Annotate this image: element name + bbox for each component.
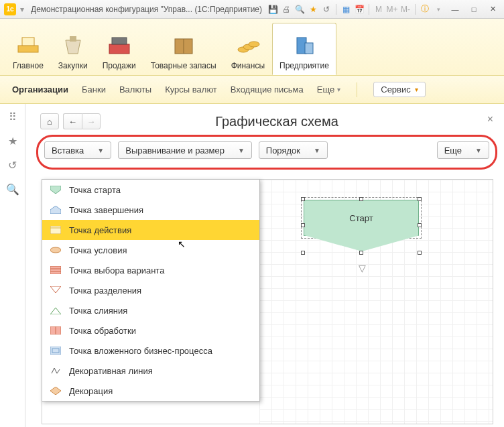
ribbon-item-purchases[interactable]: Закупки: [51, 23, 95, 75]
home-button[interactable]: ⌂: [40, 113, 59, 129]
subnav-more[interactable]: Еще▾: [317, 84, 340, 95]
subnav-item-orgs[interactable]: Организации: [12, 84, 68, 95]
svg-rect-5: [112, 38, 127, 44]
decoration-icon: [50, 386, 61, 395]
stock-icon: [170, 32, 197, 58]
shape-label: Старт: [349, 213, 373, 223]
menu-item-line[interactable]: Декоративная линия: [42, 361, 259, 381]
svg-rect-12: [305, 43, 313, 54]
chevron-down-icon: ▼: [238, 147, 245, 154]
menu-item-condition[interactable]: Точка условия: [42, 240, 259, 260]
calculator-icon[interactable]: ▦: [340, 4, 351, 15]
window-titlebar: 1c ▾ Демонстрационная конфигурация "Упра…: [0, 0, 504, 19]
main-area: ⠿ ★ ↺ 🔍 ⌂ ← → Графическая схема × Вставк…: [0, 104, 504, 427]
subnav-item-banks[interactable]: Банки: [82, 84, 106, 95]
minimize-button[interactable]: —: [448, 3, 462, 15]
menu-item-process[interactable]: Точка обработки: [42, 320, 259, 341]
action-point-icon: [50, 225, 61, 235]
order-button[interactable]: Порядок▼: [259, 141, 328, 159]
shape-pointer: [304, 235, 418, 251]
toolbar-wrap: Вставка▼ Выравнивание и размер▼ Порядок▼…: [40, 139, 493, 168]
purchases-icon: [60, 32, 86, 58]
menu-item-subprocess[interactable]: Точка вложенного бизнес-процесса: [42, 341, 259, 361]
split-point-icon: [50, 286, 61, 295]
resize-handle[interactable]: [301, 223, 305, 227]
menu-item-merge[interactable]: Точка слияния: [42, 300, 259, 320]
svg-marker-14: [50, 206, 61, 214]
search-rail-icon[interactable]: 🔍: [7, 183, 19, 195]
print-icon[interactable]: 🖨: [281, 4, 292, 15]
svg-rect-25: [50, 347, 61, 355]
preview-icon[interactable]: 🔍: [294, 4, 305, 15]
resize-handle[interactable]: [359, 251, 363, 255]
favorite-icon[interactable]: ★: [308, 4, 318, 15]
resize-handle[interactable]: [418, 197, 422, 201]
svg-rect-4: [109, 44, 129, 54]
menu-item-decoration[interactable]: Декорация: [42, 381, 259, 401]
resize-handle[interactable]: [301, 251, 305, 255]
ribbon-item-main[interactable]: Главное: [5, 23, 51, 75]
separator: [415, 4, 416, 15]
insert-dropdown-menu: Точка старта Точка завершения Точка дейс…: [42, 179, 260, 402]
svg-rect-18: [50, 266, 61, 274]
more-button[interactable]: Еще▼: [437, 141, 489, 159]
svg-marker-2: [66, 40, 80, 54]
apps-icon[interactable]: ⠿: [7, 111, 19, 123]
ribbon-item-finance[interactable]: Финансы: [224, 23, 272, 75]
forward-button[interactable]: →: [82, 113, 101, 129]
ribbon-item-enterprise[interactable]: Предприятие: [272, 23, 336, 75]
info-icon[interactable]: ⓘ: [420, 4, 430, 15]
menu-item-split[interactable]: Точка разделения: [42, 280, 259, 300]
resize-handle[interactable]: [418, 223, 422, 227]
close-button[interactable]: ✕: [485, 3, 500, 15]
line-icon: [50, 366, 61, 375]
chevron-down-icon: ▼: [314, 147, 320, 154]
subnav-item-rates[interactable]: Курсы валют: [165, 84, 217, 95]
ribbon-item-stock[interactable]: Товарные запасы: [143, 23, 224, 75]
nav-back-forward: ← →: [63, 113, 101, 129]
resize-handle[interactable]: [301, 197, 305, 201]
separator: [369, 4, 369, 15]
back-button[interactable]: ←: [63, 113, 82, 129]
svg-marker-13: [50, 186, 61, 194]
maximize-button[interactable]: □: [466, 3, 481, 15]
subnav: Организации Банки Валюты Курсы валют Вхо…: [0, 76, 504, 104]
svg-marker-27: [50, 387, 61, 395]
main-icon: [15, 32, 42, 58]
info-dd-icon[interactable]: ▾: [433, 4, 444, 15]
svg-point-10: [249, 42, 259, 47]
chevron-down-icon: ▼: [97, 147, 104, 154]
save-icon[interactable]: 💾: [267, 4, 278, 15]
left-rail: ⠿ ★ ↺ 🔍: [0, 104, 25, 427]
ribbon-item-sales[interactable]: Продажи: [95, 23, 143, 75]
star-icon[interactable]: ★: [7, 135, 19, 147]
page-title: Графическая схема: [101, 114, 493, 129]
menu-item-start[interactable]: Точка старта: [42, 180, 259, 200]
history-icon[interactable]: ↺: [321, 4, 332, 15]
finance-icon: [235, 32, 261, 58]
insert-button[interactable]: Вставка▼: [44, 141, 111, 159]
separator: [336, 4, 336, 15]
service-button[interactable]: Сервис▾: [373, 82, 426, 97]
end-point-icon: [50, 205, 61, 215]
close-page-button[interactable]: ×: [487, 113, 493, 125]
mplus-icon[interactable]: M+: [387, 4, 397, 15]
calendar-icon[interactable]: 📅: [354, 4, 365, 15]
menu-item-action[interactable]: Точка действия: [42, 220, 259, 240]
mminus-icon[interactable]: M-: [400, 4, 411, 15]
resize-handle[interactable]: [359, 197, 363, 201]
resize-handle[interactable]: [418, 251, 422, 255]
start-point-icon: [50, 185, 61, 194]
subnav-item-currencies[interactable]: Валюты: [119, 84, 151, 95]
titlebar-dropdown-icon[interactable]: ▾: [20, 5, 27, 14]
start-shape[interactable]: Старт: [304, 200, 419, 236]
menu-item-end[interactable]: Точка завершения: [42, 200, 259, 220]
history-rail-icon[interactable]: ↺: [7, 159, 19, 171]
process-point-icon: [50, 326, 61, 335]
ribbon: Главное Закупки Продажи Товарные запасы …: [0, 19, 504, 76]
m-icon[interactable]: M: [373, 4, 384, 15]
align-button[interactable]: Выравнивание и размер▼: [118, 141, 252, 159]
menu-item-variant[interactable]: Точка выбора варианта: [42, 260, 259, 280]
selected-shape[interactable]: Старт ▽: [304, 200, 419, 236]
subnav-item-inbox[interactable]: Входящие письма: [231, 84, 304, 95]
